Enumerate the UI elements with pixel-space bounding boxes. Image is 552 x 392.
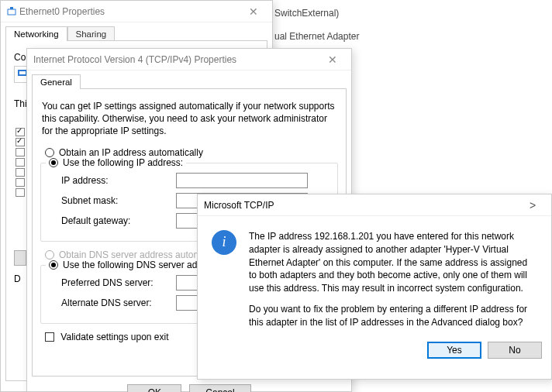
ipv4-title: Internet Protocol Version 4 (TCP/IPv4) P…: [33, 54, 236, 65]
svg-rect-3: [19, 71, 26, 74]
protocol-checkbox[interactable]: [16, 158, 25, 167]
radio-auto-dns-label: Obtain DNS server address automat: [59, 249, 209, 260]
ipv4-titlebar[interactable]: Internet Protocol Version 4 (TCP/IPv4) P…: [27, 49, 351, 70]
ipv4-dialog-buttons: OK Cancel: [27, 381, 351, 392]
radio-icon: [49, 260, 58, 270]
install-button-sliver[interactable]: [14, 250, 26, 266]
protocol-checkbox[interactable]: [16, 178, 25, 187]
cancel-button[interactable]: Cancel: [189, 384, 250, 392]
protocol-checkbox[interactable]: [16, 168, 25, 177]
ok-button[interactable]: OK: [127, 384, 181, 392]
description-label-partial: D: [14, 273, 21, 284]
tab-networking[interactable]: Networking: [5, 26, 67, 41]
ethernet-icon: [7, 7, 16, 16]
radio-auto-ip-row[interactable]: Obtain an IP address automatically: [45, 147, 338, 158]
close-icon[interactable]: ✕: [317, 49, 348, 70]
protocol-checkbox[interactable]: [16, 188, 25, 197]
tcpip-message-para2: Do you want to fix the problem by enteri…: [249, 303, 537, 329]
ethernet-titlebar[interactable]: Ethernet0 Properties ✕: [1, 1, 272, 22]
radio-auto-ip-label: Obtain an IP address automatically: [59, 147, 203, 158]
ip-address-input[interactable]: [176, 173, 308, 188]
preferred-dns-label: Preferred DNS server:: [61, 277, 170, 288]
protocol-checkbox[interactable]: [16, 128, 25, 136]
ethernet-tabs: Networking Sharing: [1, 22, 272, 40]
tcpip-dialog-buttons: Yes No: [198, 334, 551, 368]
default-gateway-label: Default gateway:: [61, 215, 170, 226]
tcpip-message-body: i The IP address 192.168.1.201 you have …: [198, 216, 551, 334]
no-button[interactable]: No: [488, 342, 542, 359]
radio-static-dns-label: Use the following DNS server addre: [63, 260, 211, 270]
close-icon[interactable]: ✕: [238, 1, 269, 22]
tab-general[interactable]: General: [32, 74, 81, 89]
yes-button[interactable]: Yes: [427, 342, 481, 359]
alternate-dns-label: Alternate DNS server:: [61, 297, 170, 308]
bg-text-adapter: ual Ethernet Adapter: [274, 31, 359, 42]
protocol-checkbox[interactable]: [16, 148, 25, 156]
close-icon[interactable]: >: [517, 194, 548, 216]
radio-icon: [45, 148, 54, 157]
tcpip-message-window: Microsoft TCP/IP > i The IP address 192.…: [197, 194, 552, 380]
radio-static-ip-label: Use the following IP address:: [63, 157, 183, 168]
tcpip-message-para1: The IP address 192.168.1.201 you have en…: [249, 230, 537, 295]
protocol-checkbox[interactable]: [16, 138, 25, 146]
radio-icon: [45, 250, 54, 260]
tcpip-title: Microsoft TCP/IP: [204, 200, 274, 211]
svg-rect-1: [10, 7, 13, 9]
subnet-mask-label: Subnet mask:: [61, 195, 170, 206]
ipv4-tabs: General: [27, 70, 351, 88]
tcpip-message-text: The IP address 192.168.1.201 you have en…: [249, 230, 537, 329]
protocol-checkbox-strip: [16, 128, 26, 198]
svg-rect-0: [8, 9, 16, 15]
validate-settings-label: Validate settings upon exit: [60, 332, 168, 342]
bg-text-switch: SwitchExternal): [274, 8, 339, 19]
ethernet-title: Ethernet0 Properties: [19, 6, 105, 17]
checkbox-icon: [45, 332, 54, 342]
tab-sharing[interactable]: Sharing: [67, 26, 116, 41]
info-icon: i: [212, 230, 236, 255]
ip-address-label: IP address:: [61, 175, 170, 186]
radio-icon: [49, 158, 58, 167]
ip-address-row: IP address:: [61, 173, 331, 188]
ipv4-intro-text: You can get IP settings assigned automat…: [42, 100, 336, 138]
radio-static-dns-row[interactable]: Use the following DNS server addre: [46, 260, 214, 270]
radio-static-ip-row[interactable]: Use the following IP address:: [46, 157, 186, 168]
tcpip-titlebar[interactable]: Microsoft TCP/IP >: [198, 194, 551, 216]
